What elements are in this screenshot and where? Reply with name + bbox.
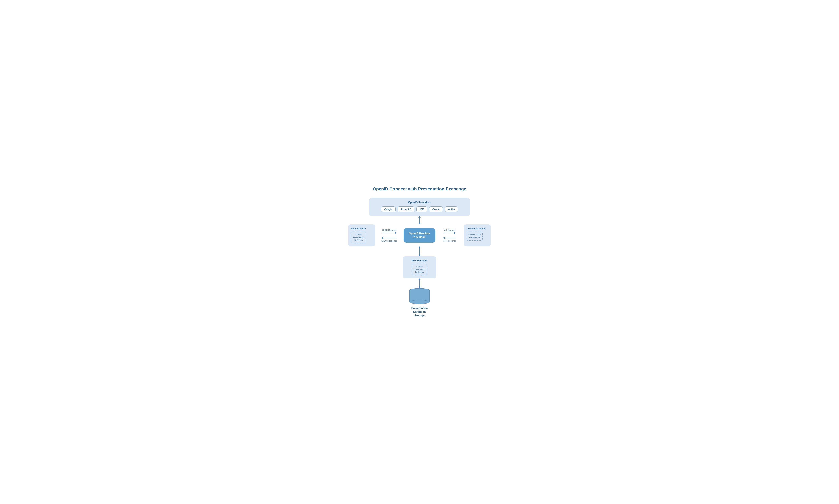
provider-azure: Azure AD	[397, 206, 414, 212]
diagram: OpenID Connect with Presentation Exchang…	[344, 186, 495, 318]
pex-manager-dashed: Create presentation Definition	[412, 264, 427, 275]
arrow-head-down-1	[418, 223, 421, 224]
oidc-response-label: OIDC Response	[381, 239, 397, 242]
vc-request-arrow: VC Request	[444, 229, 456, 234]
credential-wallet-box: Credential Wallet Collects Data Prepares…	[464, 224, 491, 246]
arrow-head-up-2	[418, 247, 421, 248]
provider-google: Google	[381, 206, 395, 212]
credential-wallet-title: Credential Wallet	[467, 227, 486, 230]
vp-response-line	[443, 237, 456, 239]
vc-request-line-body	[444, 233, 454, 233]
vc-request-line	[444, 232, 456, 234]
relying-party-dashed: Create Presentation Definition	[351, 232, 366, 243]
vc-request-label: VC Request	[444, 229, 456, 231]
right-arrows-group: VC Request VP Response	[435, 229, 464, 242]
vc-request-arrowhead	[454, 232, 456, 234]
provider-ibm: IBM	[416, 206, 427, 212]
oidc-request-line-body	[382, 233, 395, 233]
credential-wallet-dashed: Collects Data Prepares VP	[467, 232, 483, 240]
oidc-request-line	[382, 232, 396, 234]
oidc-request-arrow: OIDC Request	[382, 229, 396, 234]
openid-provider-box: OpenID Provider(Keycloak)	[404, 228, 435, 242]
oidc-request-label: OIDC Request	[382, 229, 396, 231]
arrow-head-up-3	[418, 278, 421, 280]
vp-response-arrow: VP Response	[443, 237, 456, 242]
relying-party-title: Relying Party	[351, 227, 366, 230]
providers-box-title: OpenID Providers	[374, 201, 465, 204]
diagram-container: OpenID Connect with Presentation Exchang…	[344, 186, 495, 318]
pex-manager-box: PEX Manager Create presentation Definiti…	[403, 256, 436, 278]
arrow-head-down-3	[418, 287, 421, 288]
storage-label: PresentationDefinitionStorage	[411, 306, 428, 318]
vp-response-arrowhead	[443, 237, 445, 239]
arrow-head-up-1	[418, 216, 421, 218]
db-bottom	[409, 300, 430, 304]
vp-response-line-body	[445, 238, 456, 238]
provider-auth0: Auth0	[445, 206, 458, 212]
storage-container: PresentationDefinitionStorage	[409, 288, 430, 318]
oidc-request-arrowhead	[395, 232, 396, 234]
relying-party-box: Relying Party Create Presentation Defini…	[348, 224, 375, 246]
oidc-response-arrow: OIDC Response	[381, 237, 397, 242]
main-middle-row: Relying Party Create Presentation Defini…	[348, 224, 491, 246]
arrow-head-down-2	[418, 255, 421, 256]
page-title: OpenID Connect with Presentation Exchang…	[373, 186, 466, 192]
oidc-response-arrowhead	[381, 237, 383, 239]
left-arrows-group: OIDC Request OIDC Response	[375, 229, 404, 242]
openid-provider-title: OpenID Provider(Keycloak)	[409, 232, 430, 239]
oidc-response-line	[381, 237, 397, 239]
openid-providers-box: OpenID Providers Google Azure AD IBM Ora…	[369, 198, 470, 216]
pex-manager-title: PEX Manager	[411, 259, 428, 262]
pex-to-storage-arrow	[418, 278, 421, 288]
database-cylinder	[409, 288, 430, 304]
providers-row: Google Azure AD IBM Oracle Auth0	[374, 206, 465, 212]
oidc-to-pex-arrow	[418, 246, 421, 256]
providers-to-oidc-arrow	[418, 216, 421, 224]
oidc-response-line-body	[383, 238, 397, 238]
vp-response-label: VP Response	[443, 239, 456, 242]
provider-oracle: Oracle	[429, 206, 443, 212]
